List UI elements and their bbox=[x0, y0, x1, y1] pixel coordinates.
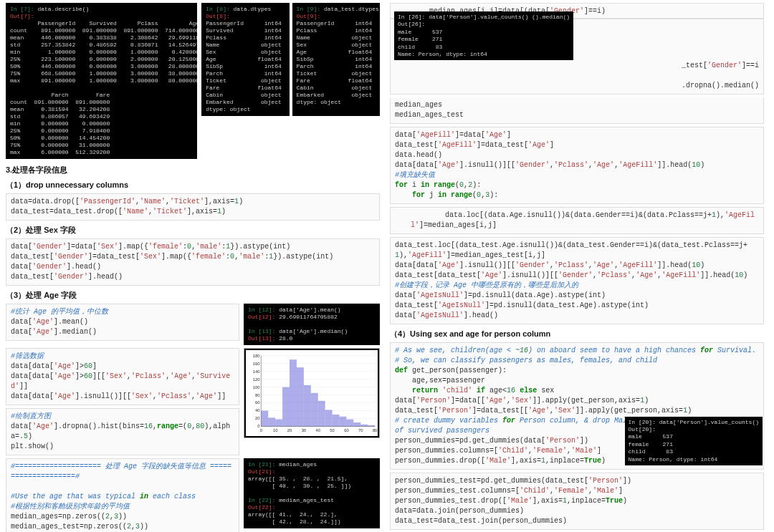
code-person-dummies-test: person_dummies_test=pd.get_dummies(data_… bbox=[390, 473, 764, 530]
svg-text:160: 160 bbox=[253, 362, 260, 366]
svg-text:180: 180 bbox=[253, 354, 260, 358]
svg-text:60: 60 bbox=[255, 400, 259, 405]
code-median-loop-bot: median_ages median_ages_test bbox=[390, 97, 764, 124]
hist-xticks: 01020304050607080 bbox=[260, 428, 378, 432]
hist-bars bbox=[261, 359, 375, 426]
svg-text:80: 80 bbox=[255, 393, 259, 397]
svg-rect-18 bbox=[318, 401, 325, 427]
svg-rect-16 bbox=[304, 385, 311, 427]
terminal-median-ages: In [21]: median_ages Out[21]: array([[ 3… bbox=[244, 458, 380, 528]
svg-text:0: 0 bbox=[257, 424, 259, 428]
svg-text:20: 20 bbox=[255, 416, 259, 420]
sub-2: （2）处理 Sex 字段 bbox=[6, 225, 380, 236]
terminal-age-stats: In [12]: data['Age'].mean() Out[12]: 29.… bbox=[244, 304, 380, 345]
svg-text:0: 0 bbox=[260, 428, 262, 432]
code-drop: data=data.drop(['PassengerId','Name','Ti… bbox=[6, 193, 380, 221]
svg-text:60: 60 bbox=[344, 428, 348, 432]
terminal-person-counts: In [20]: data['Person'].value_counts() O… bbox=[625, 417, 763, 465]
sub-1: （1）drop unnecessary columns bbox=[6, 180, 380, 190]
svg-text:140: 140 bbox=[253, 369, 260, 374]
svg-rect-25 bbox=[368, 425, 375, 427]
terminal-person-counts-overlay: In [26]: data['Person'].value_counts() (… bbox=[394, 11, 573, 60]
sub-3: （3）处理 Age 字段 bbox=[6, 290, 380, 301]
code-ageisnull: data_test.loc[(data_test.Age.isnull())&(… bbox=[390, 237, 764, 324]
svg-rect-15 bbox=[297, 367, 304, 426]
svg-rect-12 bbox=[275, 420, 282, 427]
svg-text:120: 120 bbox=[253, 377, 260, 382]
code-age-hist: #绘制直方图 data['Age'].dropna().hist(bins=16… bbox=[6, 408, 239, 455]
svg-rect-24 bbox=[360, 425, 368, 427]
section-3-heading: 3.处理各字段信息 bbox=[6, 165, 380, 175]
svg-rect-19 bbox=[325, 410, 333, 426]
code-age-stats: #统计 Age 的平均值，中位数 data['Age'].mean() data… bbox=[6, 304, 239, 341]
svg-text:70: 70 bbox=[358, 428, 363, 432]
code-median-ages: #==================== 处理 Age 字段的缺失值等信息 =… bbox=[6, 458, 239, 532]
svg-rect-21 bbox=[339, 417, 346, 427]
terminal-dtypes-train: In [8]: data.dtypes Out[8]: PassengerId … bbox=[201, 3, 289, 116]
hist-yticks: 020406080100120140160180 bbox=[253, 354, 260, 429]
code-sex: data['Gender']=data['Sex'].map({'female'… bbox=[6, 238, 380, 286]
age-histogram-plot: 01020304050607080 0204060801001201401601… bbox=[244, 348, 380, 438]
svg-text:10: 10 bbox=[273, 428, 277, 432]
svg-rect-23 bbox=[353, 422, 360, 426]
svg-text:40: 40 bbox=[255, 408, 259, 412]
svg-text:50: 50 bbox=[330, 428, 334, 432]
hist-svg: 01020304050607080 0204060801001201401601… bbox=[246, 350, 378, 436]
svg-text:40: 40 bbox=[315, 428, 320, 432]
terminal-describe: In [7]: data.describe() Out[7]: Passenge… bbox=[6, 3, 197, 159]
svg-text:80: 80 bbox=[373, 428, 377, 432]
svg-rect-22 bbox=[346, 420, 353, 427]
svg-text:20: 20 bbox=[287, 428, 292, 432]
sub-4: （4）Using sex and age for person column bbox=[390, 329, 764, 339]
code-agefill-loc: data.loc[(data.Age.isnull())&(data.Gende… bbox=[390, 207, 764, 234]
svg-rect-10 bbox=[261, 411, 268, 427]
svg-text:100: 100 bbox=[253, 385, 260, 390]
code-age-filter: #筛选数据 data[data['Age']>60] data[data['Ag… bbox=[6, 348, 239, 405]
svg-rect-14 bbox=[290, 359, 297, 426]
code-agefill: data['AgeFill']=data['Age'] data_test['A… bbox=[390, 127, 764, 204]
svg-rect-20 bbox=[333, 415, 340, 426]
svg-text:30: 30 bbox=[302, 428, 306, 432]
terminal-dtypes-test: In [9]: data_test.dtypes Out[9]: Passeng… bbox=[292, 3, 380, 116]
svg-rect-13 bbox=[282, 387, 290, 427]
svg-rect-17 bbox=[311, 393, 318, 427]
svg-rect-11 bbox=[268, 417, 275, 426]
